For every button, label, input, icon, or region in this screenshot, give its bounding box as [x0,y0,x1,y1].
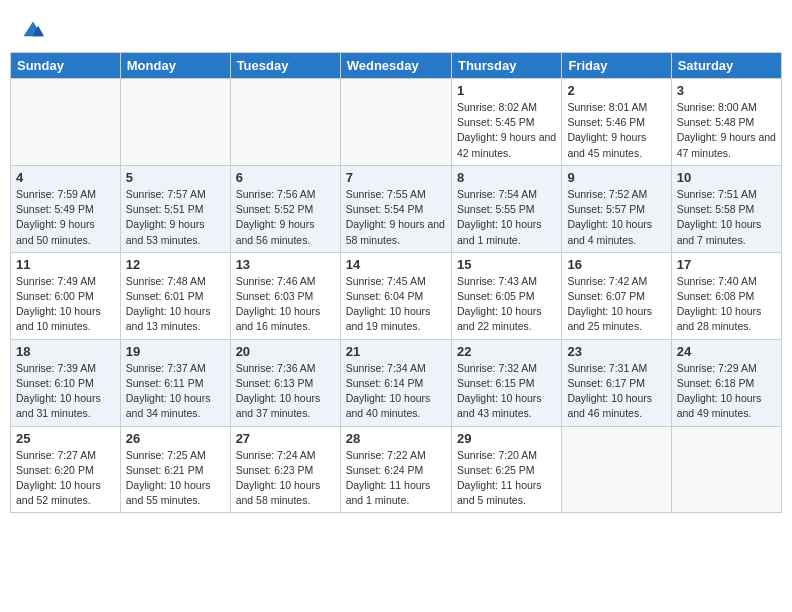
day-info: Sunrise: 7:45 AMSunset: 6:04 PMDaylight:… [346,274,446,335]
day-info: Sunrise: 7:27 AMSunset: 6:20 PMDaylight:… [16,448,115,509]
day-number: 4 [16,170,115,185]
logo-icon [22,20,44,42]
calendar-week-row: 1Sunrise: 8:02 AMSunset: 5:45 PMDaylight… [11,79,782,166]
calendar-cell [230,79,340,166]
calendar-cell [11,79,121,166]
day-number: 20 [236,344,335,359]
calendar-week-row: 4Sunrise: 7:59 AMSunset: 5:49 PMDaylight… [11,165,782,252]
day-info: Sunrise: 7:32 AMSunset: 6:15 PMDaylight:… [457,361,556,422]
weekday-header: Saturday [671,53,781,79]
calendar-cell: 1Sunrise: 8:02 AMSunset: 5:45 PMDaylight… [451,79,561,166]
calendar-cell: 13Sunrise: 7:46 AMSunset: 6:03 PMDayligh… [230,252,340,339]
day-number: 23 [567,344,665,359]
day-number: 29 [457,431,556,446]
day-info: Sunrise: 7:22 AMSunset: 6:24 PMDaylight:… [346,448,446,509]
calendar-cell: 16Sunrise: 7:42 AMSunset: 6:07 PMDayligh… [562,252,671,339]
day-number: 1 [457,83,556,98]
calendar-week-row: 18Sunrise: 7:39 AMSunset: 6:10 PMDayligh… [11,339,782,426]
calendar-cell: 5Sunrise: 7:57 AMSunset: 5:51 PMDaylight… [120,165,230,252]
calendar-cell: 10Sunrise: 7:51 AMSunset: 5:58 PMDayligh… [671,165,781,252]
calendar-cell: 3Sunrise: 8:00 AMSunset: 5:48 PMDaylight… [671,79,781,166]
day-info: Sunrise: 7:52 AMSunset: 5:57 PMDaylight:… [567,187,665,248]
weekday-header: Wednesday [340,53,451,79]
calendar-cell: 6Sunrise: 7:56 AMSunset: 5:52 PMDaylight… [230,165,340,252]
calendar-table: SundayMondayTuesdayWednesdayThursdayFrid… [10,52,782,513]
weekday-header: Sunday [11,53,121,79]
calendar-cell: 22Sunrise: 7:32 AMSunset: 6:15 PMDayligh… [451,339,561,426]
day-info: Sunrise: 7:36 AMSunset: 6:13 PMDaylight:… [236,361,335,422]
calendar-cell: 24Sunrise: 7:29 AMSunset: 6:18 PMDayligh… [671,339,781,426]
day-number: 26 [126,431,225,446]
day-number: 17 [677,257,776,272]
calendar-cell: 20Sunrise: 7:36 AMSunset: 6:13 PMDayligh… [230,339,340,426]
weekday-header: Monday [120,53,230,79]
day-number: 7 [346,170,446,185]
calendar-cell: 12Sunrise: 7:48 AMSunset: 6:01 PMDayligh… [120,252,230,339]
day-info: Sunrise: 7:39 AMSunset: 6:10 PMDaylight:… [16,361,115,422]
day-number: 18 [16,344,115,359]
day-info: Sunrise: 7:51 AMSunset: 5:58 PMDaylight:… [677,187,776,248]
calendar-cell [120,79,230,166]
day-info: Sunrise: 7:40 AMSunset: 6:08 PMDaylight:… [677,274,776,335]
calendar-cell: 4Sunrise: 7:59 AMSunset: 5:49 PMDaylight… [11,165,121,252]
calendar-cell: 11Sunrise: 7:49 AMSunset: 6:00 PMDayligh… [11,252,121,339]
calendar-cell: 29Sunrise: 7:20 AMSunset: 6:25 PMDayligh… [451,426,561,513]
day-number: 6 [236,170,335,185]
day-info: Sunrise: 7:34 AMSunset: 6:14 PMDaylight:… [346,361,446,422]
day-info: Sunrise: 7:59 AMSunset: 5:49 PMDaylight:… [16,187,115,248]
calendar-cell: 26Sunrise: 7:25 AMSunset: 6:21 PMDayligh… [120,426,230,513]
calendar-cell: 15Sunrise: 7:43 AMSunset: 6:05 PMDayligh… [451,252,561,339]
day-number: 5 [126,170,225,185]
calendar-cell: 14Sunrise: 7:45 AMSunset: 6:04 PMDayligh… [340,252,451,339]
day-info: Sunrise: 7:56 AMSunset: 5:52 PMDaylight:… [236,187,335,248]
day-number: 10 [677,170,776,185]
calendar-cell: 18Sunrise: 7:39 AMSunset: 6:10 PMDayligh… [11,339,121,426]
calendar-cell: 8Sunrise: 7:54 AMSunset: 5:55 PMDaylight… [451,165,561,252]
day-info: Sunrise: 7:31 AMSunset: 6:17 PMDaylight:… [567,361,665,422]
day-info: Sunrise: 7:57 AMSunset: 5:51 PMDaylight:… [126,187,225,248]
calendar-cell: 2Sunrise: 8:01 AMSunset: 5:46 PMDaylight… [562,79,671,166]
day-number: 14 [346,257,446,272]
calendar-cell: 28Sunrise: 7:22 AMSunset: 6:24 PMDayligh… [340,426,451,513]
calendar-cell [340,79,451,166]
day-info: Sunrise: 7:43 AMSunset: 6:05 PMDaylight:… [457,274,556,335]
calendar-cell: 9Sunrise: 7:52 AMSunset: 5:57 PMDaylight… [562,165,671,252]
day-number: 22 [457,344,556,359]
day-number: 12 [126,257,225,272]
calendar-cell: 7Sunrise: 7:55 AMSunset: 5:54 PMDaylight… [340,165,451,252]
weekday-header: Tuesday [230,53,340,79]
calendar-week-row: 25Sunrise: 7:27 AMSunset: 6:20 PMDayligh… [11,426,782,513]
day-number: 8 [457,170,556,185]
day-number: 2 [567,83,665,98]
weekday-header: Thursday [451,53,561,79]
day-number: 24 [677,344,776,359]
day-number: 16 [567,257,665,272]
day-info: Sunrise: 7:37 AMSunset: 6:11 PMDaylight:… [126,361,225,422]
weekday-header: Friday [562,53,671,79]
calendar-week-row: 11Sunrise: 7:49 AMSunset: 6:00 PMDayligh… [11,252,782,339]
calendar-cell [671,426,781,513]
day-info: Sunrise: 7:24 AMSunset: 6:23 PMDaylight:… [236,448,335,509]
day-number: 9 [567,170,665,185]
calendar-cell: 27Sunrise: 7:24 AMSunset: 6:23 PMDayligh… [230,426,340,513]
logo [20,20,44,42]
day-number: 21 [346,344,446,359]
day-info: Sunrise: 7:25 AMSunset: 6:21 PMDaylight:… [126,448,225,509]
day-info: Sunrise: 7:54 AMSunset: 5:55 PMDaylight:… [457,187,556,248]
calendar-cell: 21Sunrise: 7:34 AMSunset: 6:14 PMDayligh… [340,339,451,426]
day-info: Sunrise: 7:29 AMSunset: 6:18 PMDaylight:… [677,361,776,422]
day-number: 25 [16,431,115,446]
day-number: 27 [236,431,335,446]
day-number: 3 [677,83,776,98]
calendar-cell: 25Sunrise: 7:27 AMSunset: 6:20 PMDayligh… [11,426,121,513]
day-number: 28 [346,431,446,446]
weekday-header-row: SundayMondayTuesdayWednesdayThursdayFrid… [11,53,782,79]
header [10,10,782,47]
day-number: 11 [16,257,115,272]
day-number: 19 [126,344,225,359]
day-info: Sunrise: 7:42 AMSunset: 6:07 PMDaylight:… [567,274,665,335]
calendar-cell [562,426,671,513]
day-info: Sunrise: 8:01 AMSunset: 5:46 PMDaylight:… [567,100,665,161]
day-number: 13 [236,257,335,272]
day-info: Sunrise: 7:48 AMSunset: 6:01 PMDaylight:… [126,274,225,335]
